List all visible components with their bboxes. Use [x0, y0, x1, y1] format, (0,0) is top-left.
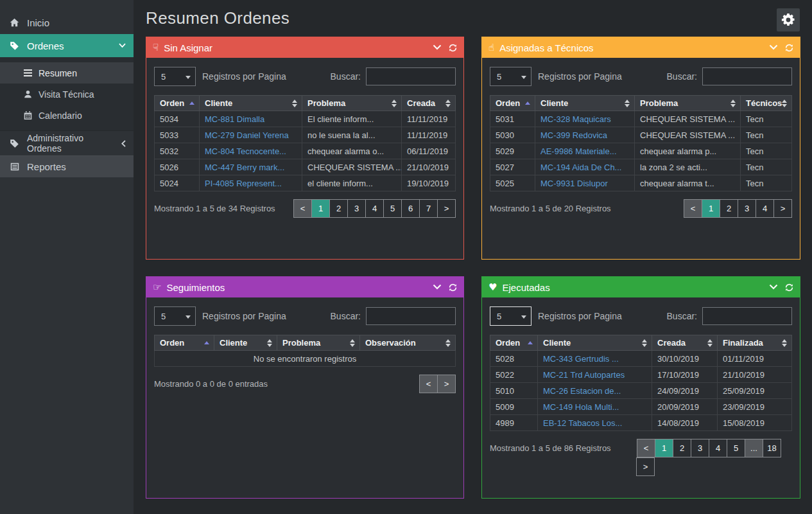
page-button-6[interactable]: 6: [401, 199, 420, 218]
column-header-orden[interactable]: Orden: [490, 96, 535, 111]
page-size-select[interactable]: 5: [155, 67, 195, 85]
refresh-button[interactable]: [449, 44, 457, 52]
client-link[interactable]: MC-328 Maquicars: [540, 114, 611, 124]
sidebar-item-inicio[interactable]: Inicio: [0, 11, 134, 34]
cell-cliente: MC-26 Estacion de...: [538, 383, 652, 399]
page-button-2[interactable]: 2: [673, 439, 691, 457]
client-link[interactable]: MC-447 Berry mark...: [205, 163, 284, 172]
page-button-2[interactable]: 2: [720, 199, 738, 218]
page-button-1[interactable]: 1: [702, 199, 720, 218]
column-header-observación[interactable]: Observación: [360, 335, 456, 351]
cell: 5022: [490, 367, 538, 383]
column-header-problema[interactable]: Problema: [635, 96, 741, 111]
page-button-4[interactable]: 4: [365, 199, 384, 218]
page-button-1[interactable]: 1: [655, 439, 673, 457]
page-button-1[interactable]: 1: [311, 199, 330, 218]
next-page-button[interactable]: >: [636, 457, 655, 476]
page-size-select[interactable]: 5: [490, 67, 531, 85]
column-header-creada[interactable]: Creada: [402, 96, 456, 111]
hand-pointing-right-icon: ☞: [153, 283, 161, 292]
refresh-button[interactable]: [785, 44, 793, 52]
ellipsis-page-button[interactable]: ...: [745, 439, 763, 457]
sort-icon: [642, 339, 648, 347]
search-label: Buscar:: [331, 71, 361, 82]
column-header-orden[interactable]: Orden: [155, 96, 200, 111]
column-header-cliente[interactable]: Cliente: [200, 96, 302, 111]
page-size-select[interactable]: 5: [490, 307, 531, 325]
next-page-button[interactable]: >: [773, 199, 792, 218]
prev-page-button[interactable]: <: [293, 199, 312, 218]
page-button-3[interactable]: 3: [347, 199, 366, 218]
column-header-problema[interactable]: Problema: [277, 335, 360, 351]
page-button-5[interactable]: 5: [383, 199, 402, 218]
table-row: 5030MC-399 RedovicaCHEQUEAR SISTEMA ...T…: [490, 127, 792, 143]
cell-cliente: MC-21 Trd Autopartes: [538, 367, 652, 383]
page-button-2[interactable]: 2: [329, 199, 348, 218]
sidebar-subitem-calendario[interactable]: Calendario: [0, 105, 134, 126]
client-link[interactable]: MC-881 Dimalla: [205, 114, 264, 124]
search-input[interactable]: [702, 307, 792, 325]
search-input[interactable]: [366, 307, 456, 325]
column-header-cliente[interactable]: Cliente: [214, 335, 277, 351]
cell-cliente: MC-343 Gertrudis ...: [538, 351, 652, 367]
client-link[interactable]: EB-12 Tabacos Los...: [543, 418, 622, 428]
sidebar-item-reportes[interactable]: Reportes: [0, 155, 134, 177]
column-header-finalizada[interactable]: Finalizada: [718, 335, 792, 351]
page-button-7[interactable]: 7: [419, 199, 438, 218]
cell: 14/08/2019: [652, 415, 718, 431]
refresh-button[interactable]: [785, 283, 793, 292]
page-button-4[interactable]: 4: [756, 199, 774, 218]
cell: Tecn: [741, 143, 792, 159]
sidebar-subitem-label: Resumen: [39, 68, 77, 78]
collapse-button[interactable]: [433, 44, 442, 51]
client-link[interactable]: MC-21 Trd Autopartes: [543, 370, 625, 380]
client-link[interactable]: MC-26 Estacion de...: [543, 386, 621, 396]
search-input[interactable]: [702, 67, 792, 85]
client-link[interactable]: PI-4085 Represent...: [205, 179, 282, 188]
sidebar-subitem-resumen[interactable]: Resumen: [0, 62, 134, 84]
next-page-button[interactable]: >: [437, 375, 456, 393]
cell-cliente: MC-279 Daniel Yerena: [200, 127, 302, 143]
prev-page-button[interactable]: <: [419, 375, 438, 393]
column-header-cliente[interactable]: Cliente: [538, 335, 652, 351]
column-header-orden[interactable]: Orden: [490, 335, 538, 351]
table-row: 5034MC-881 DimallaEl cliente inform...11…: [155, 111, 456, 127]
column-header-cliente[interactable]: Cliente: [535, 96, 635, 111]
next-page-button[interactable]: >: [437, 199, 456, 218]
client-link[interactable]: MC-343 Gertrudis ...: [543, 354, 619, 364]
column-header-orden[interactable]: Orden: [155, 335, 214, 351]
column-header-creada[interactable]: Creada: [652, 335, 718, 351]
client-link[interactable]: MC-149 Hola Multi...: [543, 402, 619, 412]
prev-page-button[interactable]: <: [637, 439, 655, 457]
column-header-técnicos[interactable]: Técnicos: [741, 96, 792, 111]
page-button-18[interactable]: 18: [763, 439, 781, 457]
page-button-4[interactable]: 4: [709, 439, 727, 457]
page-button-3[interactable]: 3: [738, 199, 756, 218]
refresh-button[interactable]: [449, 283, 457, 292]
page-button-5[interactable]: 5: [727, 439, 745, 457]
client-link[interactable]: MC-804 Tecnocente...: [205, 146, 286, 156]
page-button-3[interactable]: 3: [691, 439, 709, 457]
search-input[interactable]: [366, 67, 456, 85]
client-link[interactable]: AE-9986 Materiale...: [540, 146, 617, 156]
client-link[interactable]: MC-9931 Dislupor: [540, 179, 608, 188]
page-size-select[interactable]: 5: [155, 307, 195, 325]
sidebar-item-administrativo-ordenes[interactable]: Administrativo Ordenes: [0, 131, 134, 155]
sidebar-subitem-label: Calendario: [39, 111, 82, 121]
prev-page-button[interactable]: <: [684, 199, 702, 218]
settings-button[interactable]: [777, 8, 800, 31]
column-header-problema[interactable]: Problema: [302, 96, 402, 111]
cell-cliente: PI-4085 Represent...: [200, 175, 302, 191]
client-link[interactable]: MC-194 Aida De Ch...: [540, 163, 621, 172]
sidebar-subitem-visita-tecnica[interactable]: Visita Técnica: [0, 84, 134, 105]
pagination: <1234567>: [293, 199, 456, 218]
collapse-button[interactable]: [769, 284, 778, 290]
collapse-button[interactable]: [769, 44, 778, 51]
client-link[interactable]: MC-279 Daniel Yerena: [205, 130, 289, 140]
sidebar-item-ordenes[interactable]: Ordenes: [0, 34, 134, 57]
client-link[interactable]: MC-399 Redovica: [540, 130, 607, 140]
cell-cliente: MC-399 Redovica: [535, 127, 635, 143]
search-label: Buscar:: [667, 71, 697, 82]
collapse-button[interactable]: [433, 284, 442, 290]
cell: 5030: [490, 127, 535, 143]
